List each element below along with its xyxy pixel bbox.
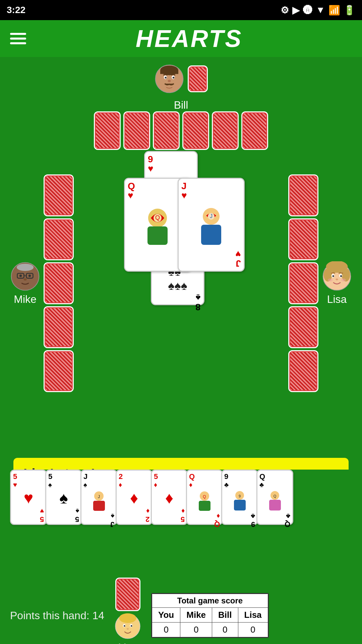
lisa-card-4 bbox=[288, 306, 318, 348]
bill-hand bbox=[94, 111, 268, 150]
bill-played-card bbox=[188, 65, 208, 92]
svg-point-23 bbox=[340, 275, 342, 277]
you-card-back bbox=[115, 578, 140, 611]
svg-rect-36 bbox=[93, 501, 105, 511]
svg-text:9: 9 bbox=[238, 494, 240, 498]
lisa-avatar-wrap: Lisa bbox=[322, 261, 352, 306]
a-icon: 🅐 bbox=[303, 5, 312, 16]
svg-rect-45 bbox=[269, 500, 281, 511]
svg-text:J: J bbox=[98, 494, 100, 499]
svg-point-15 bbox=[24, 278, 27, 280]
status-bar: 3:22 ⚙ ▶ 🅐 ▼ 📶 🔋 bbox=[0, 0, 362, 20]
lisa-card-3 bbox=[288, 262, 318, 304]
svg-point-52 bbox=[131, 625, 132, 627]
svg-point-6 bbox=[173, 77, 174, 78]
score-lisa: 0 bbox=[238, 623, 268, 637]
mike-avatar-wrap: Mike bbox=[10, 261, 40, 306]
svg-point-53 bbox=[127, 628, 129, 630]
score-col-bill: Bill bbox=[212, 608, 238, 623]
play-icon: ▶ bbox=[292, 5, 300, 16]
menu-button[interactable] bbox=[10, 33, 26, 44]
mike-name: Mike bbox=[14, 293, 37, 306]
score-you: 0 bbox=[152, 623, 180, 637]
bill-card-3 bbox=[153, 111, 180, 150]
app-header: HEARTS bbox=[0, 20, 362, 57]
svg-rect-39 bbox=[199, 501, 210, 511]
score-table: Total game score You Mike Bill Lisa 0 0 … bbox=[151, 593, 268, 638]
svg-point-25 bbox=[328, 278, 333, 281]
points-label: Points this hand: 14 bbox=[10, 609, 104, 622]
status-icons: ⚙ ▶ 🅐 ▼ 📶 🔋 bbox=[281, 5, 355, 16]
svg-rect-42 bbox=[234, 500, 246, 511]
score-mike: 0 bbox=[180, 623, 212, 637]
avatar-you bbox=[114, 613, 141, 640]
right-player-lisa: Lisa bbox=[288, 174, 352, 392]
left-player-mike: Mike bbox=[10, 174, 74, 392]
mike-card-1 bbox=[44, 174, 74, 216]
svg-rect-28 bbox=[147, 226, 168, 245]
hand-card-5d[interactable]: 5♦ ♦ 5♦ bbox=[151, 470, 188, 525]
hand-card-5s[interactable]: 5♠ ♠ 5♠ bbox=[45, 470, 82, 525]
score-col-lisa: Lisa bbox=[238, 608, 268, 623]
svg-text:Q: Q bbox=[155, 214, 160, 221]
hand-card-9c[interactable]: 9♣ 9 9♣ bbox=[221, 470, 258, 525]
settings-icon: ⚙ bbox=[281, 5, 289, 16]
hand-card-2d[interactable]: 2♦ ♦ 2♦ bbox=[116, 470, 153, 525]
bill-card-4 bbox=[182, 111, 209, 150]
hand-card-qc[interactable]: Q♣ Q Q♣ bbox=[256, 470, 293, 525]
bottom-info-row: Points this hand: 14 bbox=[0, 587, 362, 644]
wifi-icon: ▼ bbox=[316, 5, 325, 15]
mike-card-4 bbox=[44, 306, 74, 348]
center-play-area: 9♥ ♥♥♥♥♥♥♥♥♥ 9♥ Q♥ Q Q♥ J♥ bbox=[114, 151, 248, 302]
bill-card-6 bbox=[241, 111, 268, 150]
you-section: You bbox=[114, 578, 141, 644]
avatar-lisa bbox=[322, 261, 352, 291]
svg-text:Q: Q bbox=[203, 494, 206, 499]
svg-point-48 bbox=[119, 613, 136, 623]
svg-text:J: J bbox=[210, 213, 213, 219]
svg-text:Q: Q bbox=[273, 494, 276, 498]
you-label: You bbox=[119, 641, 137, 644]
mike-card-3 bbox=[44, 262, 74, 304]
lisa-card-2 bbox=[288, 218, 318, 260]
top-player-bill: Bill bbox=[94, 64, 268, 150]
played-card-jh: J♥ J J♥ bbox=[178, 178, 245, 272]
bottom-section: 5♥ ♥ 5♥ 5♠ ♠ 5♠ J♠ J J♠ 2♦ ♦ 2♦ bbox=[0, 470, 362, 644]
hand-card-js[interactable]: J♠ J J♠ bbox=[80, 470, 117, 525]
hand-card-5h[interactable]: 5♥ ♥ 5♥ bbox=[10, 470, 47, 525]
svg-point-5 bbox=[165, 77, 167, 78]
bill-card-1 bbox=[94, 111, 121, 150]
bill-card-5 bbox=[212, 111, 239, 150]
svg-point-22 bbox=[333, 275, 334, 277]
score-col-you: You bbox=[152, 608, 180, 623]
svg-point-9 bbox=[17, 264, 34, 271]
mike-card-2 bbox=[44, 218, 74, 260]
bill-name: Bill bbox=[174, 99, 188, 111]
hand-card-qd[interactable]: Q♦ Q Q♦ bbox=[186, 470, 223, 525]
score-table-title: Total game score bbox=[152, 594, 268, 608]
svg-point-7 bbox=[168, 80, 171, 82]
svg-point-13 bbox=[19, 274, 22, 277]
lisa-card-5 bbox=[288, 350, 318, 392]
svg-point-14 bbox=[28, 274, 31, 277]
score-bill: 0 bbox=[212, 623, 238, 637]
mike-card-5 bbox=[44, 350, 74, 392]
app-title: HEARTS bbox=[26, 25, 352, 52]
score-col-mike: Mike bbox=[180, 608, 212, 623]
avatar-mike bbox=[10, 261, 40, 291]
svg-rect-32 bbox=[201, 225, 221, 245]
lisa-hand bbox=[288, 174, 318, 392]
avatar-bill bbox=[154, 64, 184, 94]
mike-hand bbox=[44, 174, 74, 392]
game-area: Bill bbox=[0, 57, 362, 493]
lisa-card-1 bbox=[288, 174, 318, 216]
battery-icon: 🔋 bbox=[344, 5, 355, 16]
bill-card-2 bbox=[123, 111, 150, 150]
lisa-name: Lisa bbox=[327, 293, 347, 306]
signal-icon: 📶 bbox=[328, 5, 340, 16]
svg-point-51 bbox=[124, 625, 125, 627]
svg-point-24 bbox=[336, 278, 338, 280]
status-time: 3:22 bbox=[7, 5, 25, 15]
svg-point-26 bbox=[341, 278, 346, 281]
player-hand: 5♥ ♥ 5♥ 5♠ ♠ 5♠ J♠ J J♠ 2♦ ♦ 2♦ bbox=[10, 470, 292, 525]
